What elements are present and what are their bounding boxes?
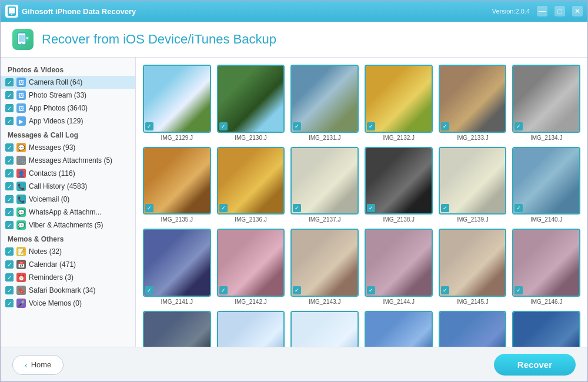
photo-thumbnail: ✓ [512, 311, 580, 347]
photo-item[interactable]: ✓IMG_2147.J [143, 311, 211, 347]
sidebar-item-checkbox[interactable]: ✓ [5, 78, 14, 86]
photo-item[interactable]: ✓IMG_2132.J [365, 65, 433, 141]
photo-thumb-inner [440, 230, 506, 296]
photo-item[interactable]: ✓IMG_2142.J [217, 229, 285, 305]
photo-thumbnail: ✓ [439, 147, 507, 215]
sidebar-item-2-3[interactable]: ✓🔖Safari Bookmark (34) [1, 284, 135, 297]
sidebar-item-icon: 🖼 [16, 78, 26, 87]
sidebar-item-1-0[interactable]: ✓💬Messages (93) [1, 141, 135, 154]
photo-thumb-inner [440, 148, 506, 214]
photo-thumbnail: ✓ [143, 65, 211, 133]
sidebar-item-checkbox[interactable]: ✓ [5, 117, 14, 125]
photo-check-icon: ✓ [514, 286, 523, 294]
sidebar-item-label: Messages Attachments (5) [29, 156, 112, 165]
photo-label: IMG_2138.J [383, 216, 415, 223]
photo-item[interactable]: ✓IMG_2145.J [439, 229, 507, 305]
photo-item[interactable]: ✓IMG_2144.J [365, 229, 433, 305]
photo-item[interactable]: ✓IMG_2129.J [143, 65, 211, 141]
sidebar-item-1-2[interactable]: ✓👤Contacts (116) [1, 167, 135, 180]
sidebar-item-2-0[interactable]: ✓📝Notes (32) [1, 245, 135, 258]
sidebar-item-2-1[interactable]: ✓📅Calendar (471) [1, 258, 135, 271]
sidebar-item-1-6[interactable]: ✓💬Viber & Attachments (5) [1, 219, 135, 232]
photo-thumb-inner [440, 66, 506, 132]
photo-label: IMG_2135.J [161, 216, 193, 223]
sidebar-item-0-0[interactable]: ✓🖼Camera Roll (64) [1, 76, 135, 89]
sidebar-item-0-1[interactable]: ✓🖼Photo Stream (33) [1, 89, 135, 102]
sidebar-item-checkbox[interactable]: ✓ [5, 182, 14, 190]
photo-item[interactable]: ✓IMG_2130.J [217, 65, 285, 141]
photo-item[interactable]: ✓IMG_2135.J [143, 147, 211, 223]
photo-item[interactable]: ✓IMG_2141.J [143, 229, 211, 305]
sidebar-item-checkbox[interactable]: ✓ [5, 156, 14, 165]
photo-thumb-inner [513, 66, 579, 132]
recover-button[interactable]: Recover [494, 354, 576, 376]
sidebar-item-checkbox[interactable]: ✓ [5, 273, 14, 282]
photo-label: IMG_2145.J [456, 299, 488, 305]
photo-thumbnail: ✓ [365, 311, 433, 347]
sidebar-item-1-4[interactable]: ✓📞Voicemail (0) [1, 193, 135, 206]
sidebar-item-1-1[interactable]: ✓📎Messages Attachments (5) [1, 154, 135, 167]
titlebar-left: Gihosoft iPhone Data Recovery [5, 5, 136, 18]
svg-rect-4 [19, 35, 25, 42]
photo-item[interactable]: ✓IMG_2152.J [512, 311, 580, 347]
sidebar-section-title-2: Memos & Others [1, 232, 135, 245]
photo-thumb-inner [513, 148, 579, 214]
sidebar-item-checkbox[interactable]: ✓ [5, 143, 14, 152]
photo-thumb-inner [144, 312, 210, 347]
sidebar-item-0-2[interactable]: ✓🖼App Photos (3640) [1, 102, 135, 115]
photo-item[interactable]: ✓IMG_2131.J [290, 65, 359, 141]
sidebar-item-label: Notes (32) [29, 247, 62, 256]
sidebar-item-checkbox[interactable]: ✓ [5, 247, 14, 256]
photo-item[interactable]: ✓IMG_2143.J [290, 229, 359, 305]
photo-thumb-inner [513, 312, 579, 347]
sidebar-item-2-4[interactable]: ✓🎤Voice Memos (0) [1, 297, 135, 310]
sidebar-item-label: Camera Roll (64) [29, 78, 82, 86]
photo-label: IMG_2134.J [530, 135, 562, 141]
photo-item[interactable]: ✓IMG_2139.J [439, 147, 507, 223]
photo-check-icon: ✓ [219, 286, 228, 294]
photo-thumbnail: ✓ [217, 311, 285, 347]
photo-item[interactable]: ✓IMG_2146.J [512, 229, 580, 305]
sidebar: Photos & Videos✓🖼Camera Roll (64)✓🖼Photo… [1, 58, 136, 347]
sidebar-item-0-3[interactable]: ✓▶App Videos (129) [1, 115, 135, 128]
sidebar-item-2-2[interactable]: ✓⏰Reminders (3) [1, 271, 135, 284]
photo-thumbnail: ✓ [217, 229, 285, 297]
minimize-button[interactable]: — [537, 6, 547, 16]
photo-label: IMG_2141.J [161, 299, 193, 305]
photo-thumb-inner [292, 230, 358, 296]
photo-item[interactable]: ✓IMG_2149.J [290, 311, 359, 347]
photo-item[interactable]: ✓IMG_2137.J [290, 147, 359, 223]
home-label: Home [31, 360, 52, 369]
sidebar-item-checkbox[interactable]: ✓ [5, 221, 14, 229]
sidebar-item-1-3[interactable]: ✓📞Call History (4583) [1, 180, 135, 193]
sidebar-item-checkbox[interactable]: ✓ [5, 169, 14, 177]
photo-item[interactable]: ✓IMG_2134.J [512, 65, 580, 141]
sidebar-item-checkbox[interactable]: ✓ [5, 286, 14, 294]
photo-thumbnail: ✓ [512, 65, 580, 133]
sidebar-item-label: Photo Stream (33) [29, 91, 86, 99]
sidebar-item-label: WhatsApp & Attachm... [29, 208, 101, 216]
sidebar-item-checkbox[interactable]: ✓ [5, 195, 14, 203]
sidebar-item-checkbox[interactable]: ✓ [5, 208, 14, 216]
photo-item[interactable]: ✓IMG_2136.J [217, 147, 285, 223]
photo-item[interactable]: ✓IMG_2150.J [365, 311, 433, 347]
photo-item[interactable]: ✓IMG_2148.J [217, 311, 285, 347]
sidebar-item-icon: 📅 [16, 260, 26, 269]
sidebar-item-1-5[interactable]: ✓💬WhatsApp & Attachm... [1, 206, 135, 219]
photo-check-icon: ✓ [145, 286, 153, 294]
photo-check-icon: ✓ [367, 204, 375, 212]
sidebar-item-icon: 📝 [16, 247, 26, 256]
titlebar-right: Version:2.0.4 — □ ✕ [492, 6, 583, 16]
photo-item[interactable]: ✓IMG_2140.J [512, 147, 580, 223]
close-button[interactable]: ✕ [572, 6, 583, 16]
home-button[interactable]: ‹ Home [12, 355, 64, 375]
sidebar-item-checkbox[interactable]: ✓ [5, 260, 14, 269]
photo-item[interactable]: ✓IMG_2151.J [439, 311, 507, 347]
maximize-button[interactable]: □ [554, 6, 565, 16]
sidebar-item-checkbox[interactable]: ✓ [5, 104, 14, 112]
sidebar-item-icon: 💬 [16, 207, 26, 217]
photo-item[interactable]: ✓IMG_2138.J [365, 147, 433, 223]
photo-item[interactable]: ✓IMG_2133.J [439, 65, 507, 141]
sidebar-item-checkbox[interactable]: ✓ [5, 299, 14, 307]
sidebar-item-checkbox[interactable]: ✓ [5, 91, 14, 99]
